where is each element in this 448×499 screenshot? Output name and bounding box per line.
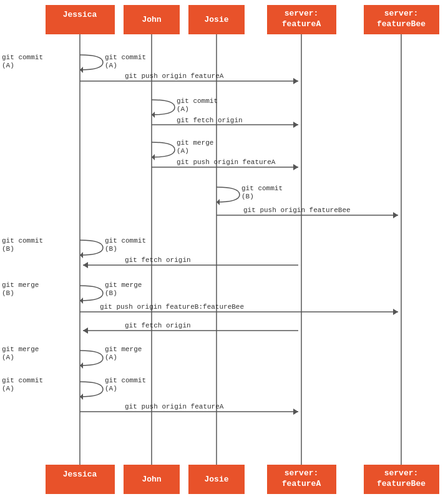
svg-text:(A): (A) xyxy=(177,147,189,155)
svg-marker-19 xyxy=(83,262,88,268)
svg-marker-13 xyxy=(293,164,298,170)
svg-text:git commit: git commit xyxy=(105,54,146,61)
svg-text:git push origin featureA: git push origin featureA xyxy=(177,158,276,166)
svg-text:git push origin featureB:featu: git push origin featureB:featureBee xyxy=(100,303,244,311)
svg-text:(A): (A) xyxy=(2,354,14,361)
svg-text:featureBee: featureBee xyxy=(377,479,426,488)
svg-text:git merge: git merge xyxy=(105,346,142,353)
svg-text:Jessica: Jessica xyxy=(63,10,97,19)
sequence-diagram: Jessica John Josie server: featureA serv… xyxy=(0,0,448,499)
svg-text:featureBee: featureBee xyxy=(377,19,426,29)
svg-text:(A): (A) xyxy=(105,354,117,361)
svg-text:featureA: featureA xyxy=(282,19,321,29)
svg-marker-16 xyxy=(393,212,398,218)
svg-text:git commit: git commit xyxy=(241,185,283,192)
svg-text:server:: server: xyxy=(285,468,319,478)
svg-marker-22 xyxy=(393,309,398,315)
svg-text:git commit: git commit xyxy=(105,237,146,245)
svg-marker-10 xyxy=(293,122,298,128)
svg-marker-28 xyxy=(293,409,298,415)
svg-text:(B): (B) xyxy=(105,289,117,297)
svg-text:(A): (A) xyxy=(105,62,117,69)
svg-text:git commit: git commit xyxy=(2,377,43,384)
svg-text:server:: server: xyxy=(384,9,419,18)
svg-text:(A): (A) xyxy=(177,105,189,113)
svg-text:Josie: Josie xyxy=(204,15,228,24)
svg-text:git fetch origin: git fetch origin xyxy=(177,117,243,124)
svg-text:(B): (B) xyxy=(241,193,254,200)
svg-marker-7 xyxy=(293,78,298,84)
svg-text:git push origin featureBee: git push origin featureBee xyxy=(243,206,351,214)
svg-text:git merge: git merge xyxy=(177,139,213,147)
svg-text:Josie: Josie xyxy=(204,475,228,484)
svg-text:John: John xyxy=(142,475,161,484)
svg-text:server:: server: xyxy=(384,468,419,478)
svg-text:git commit: git commit xyxy=(105,377,146,384)
svg-marker-24 xyxy=(83,327,88,334)
svg-text:git fetch origin: git fetch origin xyxy=(125,322,191,329)
svg-text:git merge: git merge xyxy=(2,346,39,353)
svg-text:(B): (B) xyxy=(105,245,117,253)
svg-text:git merge: git merge xyxy=(2,281,39,289)
svg-text:git commit: git commit xyxy=(2,54,43,61)
svg-text:git commit: git commit xyxy=(2,237,43,245)
svg-text:git commit: git commit xyxy=(177,97,218,105)
svg-text:featureA: featureA xyxy=(282,479,321,488)
svg-text:(A): (A) xyxy=(105,385,117,392)
svg-text:git push origin featureA: git push origin featureA xyxy=(125,72,224,80)
svg-text:Jessica: Jessica xyxy=(63,470,97,479)
diagram-svg: Jessica John Josie server: featureA serv… xyxy=(0,0,448,499)
svg-text:(A): (A) xyxy=(2,385,14,392)
svg-text:git merge: git merge xyxy=(105,281,142,289)
svg-text:(B): (B) xyxy=(2,245,14,253)
svg-text:git fetch origin: git fetch origin xyxy=(125,256,191,264)
svg-text:John: John xyxy=(142,15,161,24)
svg-text:(A): (A) xyxy=(2,62,14,69)
svg-text:git push origin featureA: git push origin featureA xyxy=(125,403,224,410)
svg-text:(B): (B) xyxy=(2,289,14,297)
svg-text:server:: server: xyxy=(285,9,319,18)
